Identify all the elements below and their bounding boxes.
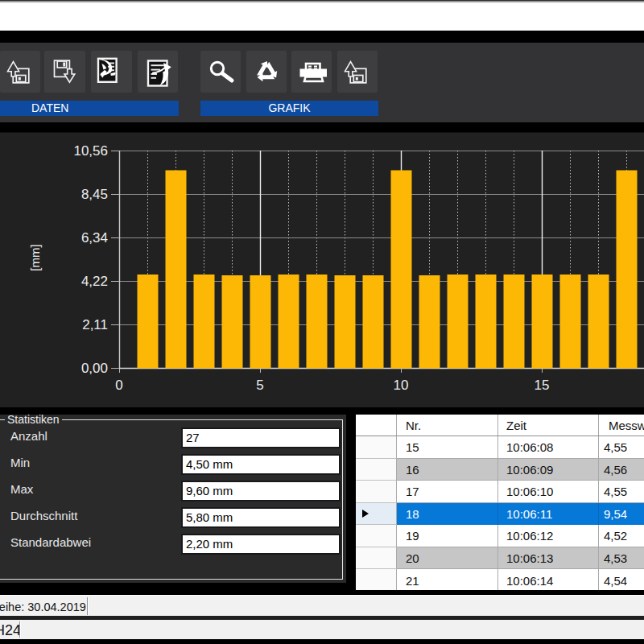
svg-text:0,00: 0,00 [81, 361, 108, 376]
svg-text:0: 0 [115, 378, 122, 393]
svg-text:5: 5 [256, 378, 263, 393]
svg-text:[mm]: [mm] [28, 244, 42, 270]
svg-text:6,34: 6,34 [81, 230, 108, 246]
svg-text:10,56: 10,56 [73, 143, 108, 159]
svg-text:2,11: 2,11 [82, 317, 108, 332]
svg-text:15: 15 [535, 378, 550, 393]
svg-text:8,45: 8,45 [81, 187, 108, 202]
svg-text:10: 10 [394, 378, 409, 393]
svg-text:4,22: 4,22 [81, 274, 108, 289]
